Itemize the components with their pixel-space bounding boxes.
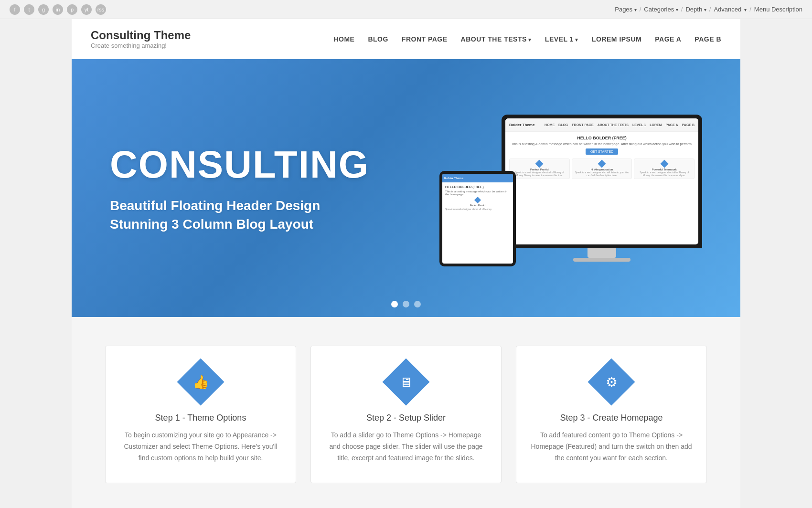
hero-image: Bolder Theme HOME BLOG FRONT PAGE ABOUT …: [406, 115, 702, 262]
mock-subtitle: This is a testing & admin message which …: [509, 142, 694, 146]
feature-title-3: Step 3 - Create Homepage: [560, 413, 662, 423]
social-icons-bar: f t g in p yt rss: [10, 4, 106, 15]
slider-dot-3[interactable]: [414, 301, 421, 307]
feature-desc-1: To begin customizing your site go to App…: [120, 430, 281, 464]
hero-subtitle: Beautiful Floating Header Design Stunnin…: [110, 196, 406, 233]
slider-dot-1[interactable]: [391, 301, 398, 307]
tablet-mockup: Bolder Theme HELLO BOLDER (FREE) This is…: [439, 171, 516, 266]
admin-nav: Pages ▾ / Categories ▾ / Depth ▾ / Advan…: [615, 6, 802, 13]
nav-page-b[interactable]: PAGE B: [694, 35, 721, 43]
setup-slider-icon: 🖥: [383, 359, 430, 406]
menu-description[interactable]: Menu Description: [754, 6, 802, 13]
nav-blog[interactable]: BLOG: [368, 35, 388, 43]
nav-front-page[interactable]: FRONT PAGE: [402, 35, 448, 43]
create-homepage-icon: ⚙: [588, 359, 635, 406]
site-branding: Consulting Theme Create something amazin…: [91, 29, 191, 49]
nav-about[interactable]: ABOUT THE TESTS: [461, 35, 532, 43]
twitter-icon[interactable]: t: [24, 4, 34, 15]
google-icon[interactable]: g: [38, 4, 49, 15]
monitor-mockup: Bolder Theme HOME BLOG FRONT PAGE ABOUT …: [502, 115, 702, 262]
feature-desc-3: To add featured content go to Theme Opti…: [531, 430, 692, 464]
site-wrapper: Consulting Theme Create something amazin…: [72, 19, 740, 508]
site-tagline: Create something amazing!: [91, 42, 191, 49]
main-navigation: HOME BLOG FRONT PAGE ABOUT THE TESTS LEV…: [333, 35, 721, 43]
slider-dots: [391, 301, 421, 307]
hero-title: CONSULTING: [110, 143, 406, 187]
feature-desc-2: To add a slider go to Theme Options -> H…: [325, 430, 487, 464]
feature-title-1: Step 1 - Theme Options: [155, 413, 246, 423]
categories-menu[interactable]: Categories ▾: [644, 6, 678, 13]
nav-home[interactable]: HOME: [333, 35, 354, 43]
advanced-menu[interactable]: Advanced: [714, 6, 741, 13]
mock-title: HELLO BOLDER (FREE): [509, 136, 694, 140]
mock-cta-btn: GET STARTED: [586, 148, 618, 155]
nav-lorem[interactable]: LOREM IPSUM: [592, 35, 641, 43]
youtube-icon[interactable]: yt: [81, 4, 92, 15]
hero-slider: CONSULTING Beautiful Floating Header Des…: [72, 59, 740, 317]
nav-page-a[interactable]: PAGE A: [655, 35, 681, 43]
depth-menu[interactable]: Depth ▾: [685, 6, 706, 13]
site-header: Consulting Theme Create something amazin…: [72, 19, 740, 59]
pages-menu[interactable]: Pages ▾: [615, 6, 636, 13]
nav-level1[interactable]: LEVEL 1: [545, 35, 578, 43]
theme-options-icon: 👍: [177, 359, 224, 406]
features-section: 👍 Step 1 - Theme Options To begin custom…: [72, 317, 740, 508]
facebook-icon[interactable]: f: [10, 4, 20, 15]
rss-icon[interactable]: rss: [96, 4, 106, 15]
slider-dot-2[interactable]: [403, 301, 409, 307]
admin-bar: f t g in p yt rss Pages ▾ / Categories ▾…: [0, 0, 812, 19]
feature-title-2: Step 2 - Setup Slider: [366, 413, 446, 423]
feature-card-3: ⚙ Step 3 - Create Homepage To add featur…: [516, 346, 707, 483]
site-title[interactable]: Consulting Theme: [91, 29, 191, 42]
linkedin-icon[interactable]: in: [53, 4, 63, 15]
feature-card-1: 👍 Step 1 - Theme Options To begin custom…: [105, 346, 296, 483]
hero-content: CONSULTING Beautiful Floating Header Des…: [110, 143, 406, 233]
pinterest-icon[interactable]: p: [67, 4, 77, 15]
feature-card-2: 🖥 Step 2 - Setup Slider To add a slider …: [310, 346, 502, 483]
